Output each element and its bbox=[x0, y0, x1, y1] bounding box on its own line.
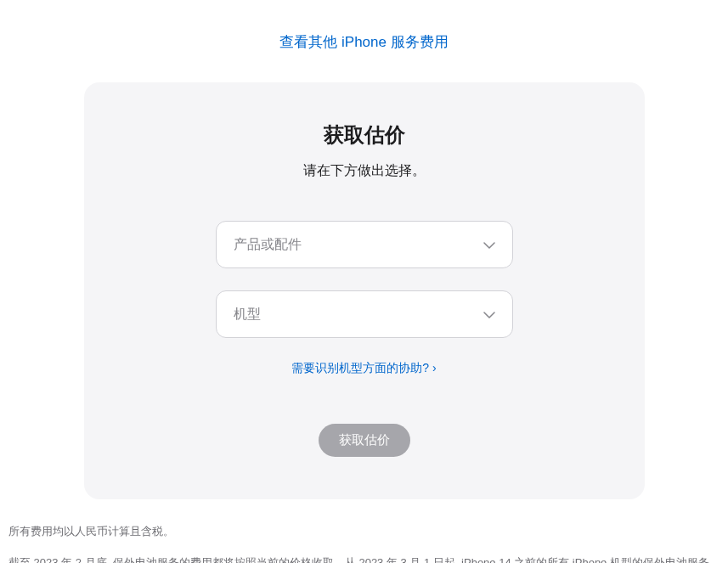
product-select-wrapper: 产品或配件 bbox=[216, 221, 513, 268]
other-services-link[interactable]: 查看其他 iPhone 服务费用 bbox=[279, 34, 448, 50]
model-select-placeholder: 机型 bbox=[234, 306, 261, 324]
estimate-card: 获取估价 请在下方做出选择。 产品或配件 机型 需要识别机型方面的协助? › bbox=[84, 82, 645, 499]
footnote-currency: 所有费用均以人民币计算且含税。 bbox=[8, 523, 720, 541]
button-wrapper: 获取估价 bbox=[84, 424, 645, 457]
footnote-price-change: 截至 2023 年 2 月底, 保外电池服务的费用都将按照当前的价格收取。从 2… bbox=[8, 555, 720, 563]
chevron-right-icon: › bbox=[432, 361, 437, 374]
footnote-text-part1: 截至 2023 年 2 月底, 保外电池服务的费用都将按照当前的价格收取。从 2… bbox=[8, 556, 709, 563]
get-estimate-button[interactable]: 获取估价 bbox=[319, 424, 410, 457]
footnote: 所有费用均以人民币计算且含税。 截至 2023 年 2 月底, 保外电池服务的费… bbox=[8, 523, 720, 563]
model-select-wrapper: 机型 bbox=[216, 290, 513, 338]
top-link-container: 查看其他 iPhone 服务费用 bbox=[0, 32, 728, 52]
product-select-placeholder: 产品或配件 bbox=[234, 236, 302, 254]
product-select[interactable]: 产品或配件 bbox=[216, 221, 513, 268]
identify-model-help-link[interactable]: 需要识别机型方面的协助? › bbox=[291, 361, 436, 374]
chevron-down-icon bbox=[483, 237, 495, 252]
chevron-down-icon bbox=[483, 307, 495, 322]
card-subtitle: 请在下方做出选择。 bbox=[84, 162, 645, 180]
help-link-container: 需要识别机型方面的协助? › bbox=[84, 360, 645, 376]
model-select[interactable]: 机型 bbox=[216, 290, 513, 338]
card-title: 获取估价 bbox=[84, 121, 645, 149]
